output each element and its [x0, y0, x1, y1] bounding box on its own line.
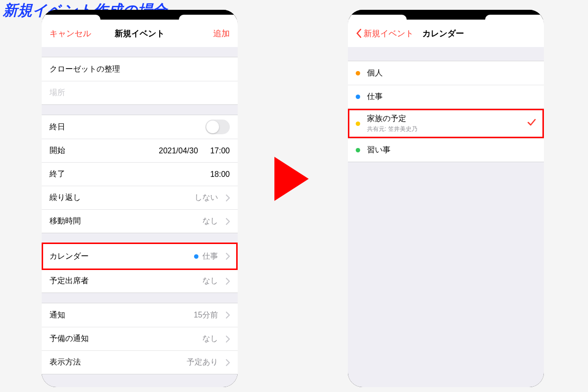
showas-label: 表示方法 [49, 357, 81, 368]
calendar-value: 仕事 [194, 251, 230, 262]
phone-right: 新規イベント カレンダー 個人仕事家族の予定共有元: 笠井美史乃習い事 [348, 10, 544, 387]
calendar-option[interactable]: 個人 [348, 61, 544, 85]
event-title-field[interactable]: クローゼットの整理 [42, 57, 238, 81]
calendar-row[interactable]: カレンダー 仕事 [42, 244, 238, 269]
title-group: クローゼットの整理 場所 [42, 57, 238, 105]
checkmark-icon [527, 119, 536, 128]
calendar-texts: 習い事 [367, 145, 391, 155]
end-row[interactable]: 終了 18:00 [42, 162, 238, 186]
alert2-label: 予備の通知 [49, 334, 89, 344]
invitees-row[interactable]: 予定出席者 なし [42, 269, 238, 293]
notch [42, 10, 238, 20]
end-value: 18:00 [210, 170, 230, 179]
chevron-right-icon [226, 359, 230, 366]
time-group: 終日 開始 2021/04/30 17:00 終了 18:00 繰り返し しない [42, 115, 238, 233]
back-button[interactable]: 新規イベント [356, 28, 414, 39]
calendar-dot-icon [356, 122, 360, 126]
allday-row[interactable]: 終日 [42, 115, 238, 139]
screen-right: 新規イベント カレンダー 個人仕事家族の予定共有元: 笠井美史乃習い事 [348, 20, 544, 387]
travel-row[interactable]: 移動時間 なし [42, 209, 238, 233]
event-title-text: クローゼットの整理 [49, 64, 120, 74]
calendar-option[interactable]: 習い事 [348, 138, 544, 162]
alert2-value: なし [202, 334, 230, 344]
calendar-name: 家族の予定 [367, 114, 417, 124]
cancel-button[interactable]: キャンセル [49, 28, 91, 39]
notch [348, 10, 544, 20]
invitees-label: 予定出席者 [49, 276, 89, 286]
add-button[interactable]: 追加 [213, 28, 230, 39]
start-label: 開始 [49, 146, 65, 156]
calendar-name: 習い事 [367, 145, 391, 155]
chevron-right-icon [226, 336, 230, 343]
location-placeholder: 場所 [49, 88, 65, 98]
chevron-right-icon [226, 253, 230, 260]
phone-left: キャンセル 新規イベント 追加 クローゼットの整理 場所 終日 開始 2021/… [42, 10, 238, 387]
alert-label: 通知 [49, 310, 65, 320]
repeat-label: 繰り返し [49, 193, 81, 203]
calendar-list: 個人仕事家族の予定共有元: 笠井美史乃習い事 [348, 61, 544, 162]
calendar-texts: 仕事 [367, 92, 383, 102]
showas-value: 予定あり [187, 357, 230, 368]
repeat-value: しない [195, 193, 230, 203]
navbar: 新規イベント カレンダー [348, 20, 544, 47]
navbar: キャンセル 新規イベント 追加 [42, 20, 238, 47]
calendar-dot-icon [194, 254, 198, 259]
location-field[interactable]: 場所 [42, 81, 238, 104]
travel-label: 移動時間 [49, 216, 81, 226]
alert-row[interactable]: 通知 15分前 [42, 303, 238, 327]
repeat-row[interactable]: 繰り返し しない [42, 186, 238, 209]
calendar-group: カレンダー 仕事 予定出席者 なし [42, 243, 238, 293]
calendar-dot-icon [356, 148, 360, 152]
calendar-dot-icon [356, 95, 360, 99]
calendar-name: 仕事 [367, 92, 383, 102]
chevron-right-icon [226, 278, 230, 285]
travel-value: なし [202, 216, 230, 226]
chevron-right-icon [226, 218, 230, 225]
calendar-subtitle: 共有元: 笠井美史乃 [367, 125, 417, 133]
calendar-name: 個人 [367, 68, 383, 78]
alert-group: 通知 15分前 予備の通知 なし 表示方法 予定あり [42, 303, 238, 374]
calendar-option[interactable]: 仕事 [348, 85, 544, 108]
arrow-right-icon [274, 157, 309, 201]
alert2-row[interactable]: 予備の通知 なし [42, 327, 238, 350]
allday-toggle[interactable] [205, 120, 230, 134]
calendar-texts: 個人 [367, 68, 383, 78]
chevron-left-icon [356, 28, 362, 38]
nav-title: カレンダー [422, 28, 464, 39]
chevron-right-icon [226, 312, 230, 318]
chevron-right-icon [226, 195, 230, 201]
calendar-label: カレンダー [49, 251, 89, 262]
screen-left: キャンセル 新規イベント 追加 クローゼットの整理 場所 終日 開始 2021/… [42, 20, 238, 387]
calendar-option[interactable]: 家族の予定共有元: 笠井美史乃 [348, 108, 544, 138]
start-row[interactable]: 開始 2021/04/30 17:00 [42, 139, 238, 162]
alert-value: 15分前 [194, 310, 230, 320]
end-label: 終了 [49, 169, 65, 179]
calendar-texts: 家族の予定共有元: 笠井美史乃 [367, 114, 417, 133]
allday-label: 終日 [49, 122, 65, 132]
calendar-dot-icon [356, 71, 360, 75]
invitees-value: なし [202, 276, 230, 286]
showas-row[interactable]: 表示方法 予定あり [42, 350, 238, 374]
start-value: 2021/04/30 17:00 [159, 147, 230, 155]
